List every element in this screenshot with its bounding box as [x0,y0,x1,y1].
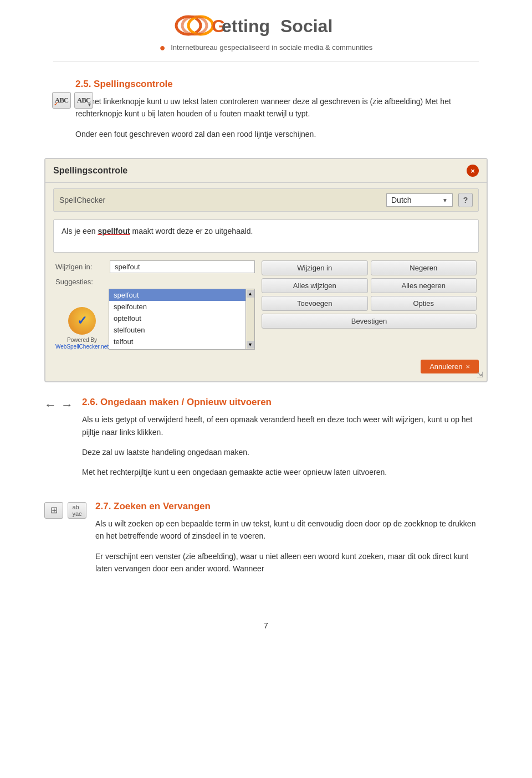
find-replace-icon-1[interactable]: ⊞ [44,502,63,519]
annuleren-button[interactable]: Annuleren × [421,360,479,373]
spell-check-icon-2[interactable]: ABC ▼ [74,92,93,109]
svg-text:Social: Social [280,16,332,36]
section-26-text2: Deze zal uw laatste handeling ongedaan m… [82,446,477,458]
undo-redo-icons: ← → [44,398,73,412]
spell-textarea[interactable]: Als je een spellfout maakt wordt deze er… [53,219,479,253]
section-27: ⊞ abyac 2.7. Zoeken en Vervangen Als u w… [44,501,488,583]
annuleren-label: Annuleren [429,362,462,371]
page-number: 7 [0,610,532,636]
spellchecker-label: SpellChecker [59,196,120,204]
help-button[interactable]: ? [458,193,473,207]
spellchecker-row: SpellChecker Dutch ▼ ? [53,188,479,212]
spellcheck-dialog: Spellingscontrole × SpellChecker Dutch ▼… [44,158,488,382]
dialog-body: SpellChecker Dutch ▼ ? Als je een spellf… [45,183,487,355]
suggestions-list-container: spelfout spelfouten optelfout stelfouten… [109,289,255,350]
logo-area: G etting Social [0,10,532,41]
dialog-close-button[interactable]: × [467,165,479,177]
section-25-with-sidebar: ABC ✓ ABC ▼ 2.5. Spellingscontrole Met h… [44,79,488,148]
tagline-dot: ● [160,42,166,53]
textarea-text-before: Als je een [62,227,98,236]
left-panel: Wijzigen in: Suggesties: ✓ [55,260,255,350]
section-26-heading: 2.6. Ongedaan maken / Opnieuw uitvoeren [82,397,477,408]
section-27-text2: Er verschijnt een venster (zie afbeeldin… [95,550,477,575]
section-25: ABC ✓ ABC ▼ 2.5. Spellingscontrole Met h… [44,79,488,382]
resize-handle-icon[interactable]: ⇲ [477,370,483,379]
powered-by-logo: ✓ Powered By WebSpellChecker.net [55,307,109,350]
opties-button[interactable]: Opties [371,296,477,311]
suggesties-body: ✓ Powered By WebSpellChecker.net spelfou… [55,289,255,350]
textarea-text-after: maakt wordt deze er zo uitgehaald. [130,227,253,236]
language-value: Dutch [391,196,412,204]
powered-by-link[interactable]: WebSpellChecker.net [55,344,109,350]
negeren-button[interactable]: Negeren [371,260,477,275]
spell-check-icon-1[interactable]: ABC ✓ [52,92,71,109]
dialog-titlebar: Spellingscontrole × [45,159,487,183]
search-replace-icons: ⊞ abyac [44,502,86,519]
language-dropdown[interactable]: Dutch ▼ [386,193,453,207]
wijzigen-in-button[interactable]: Wijzigen in [262,260,368,275]
suggestion-item-3[interactable]: stelfouten [109,324,245,336]
undo-icon[interactable]: ← [44,398,57,412]
suggestion-item-2[interactable]: optelfout [109,313,245,324]
bevestigen-button[interactable]: Bevestigen [262,314,477,329]
annuleren-bar: Annuleren × [45,355,487,376]
section-27-text: 2.7. Zoeken en Vervangen Als u wilt zoek… [95,501,488,583]
suggestions-scrollbar[interactable]: ▲ ▼ [246,289,255,350]
wijzigen-row: Wijzigen in: [55,260,255,273]
suggestion-item-0[interactable]: spelfout [109,289,245,301]
suggesties-label: Suggesties: [55,278,255,286]
suggestion-item-4[interactable]: telfout [109,336,245,347]
scroll-up-icon[interactable]: ▲ [247,290,254,298]
section-26-text: 2.6. Ongedaan maken / Opnieuw uitvoeren … [82,397,488,487]
section-25-text: 2.5. Spellingscontrole Met het linkerkno… [75,79,488,148]
scroll-down-icon[interactable]: ▼ [247,341,254,349]
redo-icon[interactable]: → [61,398,73,412]
toevoegen-button[interactable]: Toevoegen [262,296,368,311]
find-replace-icon-2[interactable]: abyac [68,502,86,519]
right-panel: Wijzigen in Negeren Alles wijzigen Alles… [262,260,477,350]
section-26: ← → 2.6. Ongedaan maken / Opnieuw uitvoe… [44,397,488,487]
section-25-heading: 2.5. Spellingscontrole [75,79,477,90]
powered-by-icon: ✓ [68,307,96,335]
sidebar-icons-25: ABC ✓ ABC ▼ [44,79,75,148]
powered-by-text: Powered By [67,336,97,344]
section-26-row: ← → 2.6. Ongedaan maken / Opnieuw uitvoe… [44,397,488,487]
annuleren-x-icon: × [466,362,470,371]
section-27-text1: Als u wilt zoeken op een bepaalde term i… [95,518,477,542]
logo-svg: G etting Social [172,10,360,41]
alles-wijzigen-button[interactable]: Alles wijzigen [262,278,368,293]
section-26-text1: Als u iets getypt of verwijderd heeft, o… [82,413,477,438]
powered-by-checkmark: ✓ [77,314,87,328]
dialog-title: Spellingscontrole [53,166,127,176]
header: G etting Social ● Internetbureau gespeci… [0,0,532,62]
dialog-bottom: Wijzigen in: Suggesties: ✓ [53,260,479,350]
main-content: ABC ✓ ABC ▼ 2.5. Spellingscontrole Met h… [0,62,532,610]
section-25-text1: Met het linkerknopje kunt u uw tekst lat… [75,95,477,120]
suggestion-item-1[interactable]: spelfouten [109,301,245,313]
svg-text:etting: etting [222,16,270,36]
suggestions-list[interactable]: spelfout spelfouten optelfout stelfouten… [109,289,246,350]
tagline: ● Internetbureau gespecialiseerd in soci… [0,42,532,54]
section-25-text2: Onder een fout geschreven woord zal dan … [75,128,477,140]
textarea-error-word: spellfout [98,227,130,236]
section-26-text3: Met het rechterpijltje kunt u een ongeda… [82,466,477,478]
wijzigen-input[interactable] [110,260,255,273]
alles-negeren-button[interactable]: Alles negeren [371,278,477,293]
dropdown-arrow-icon: ▼ [442,197,448,203]
section-27-heading: 2.7. Zoeken en Vervangen [95,501,477,512]
section-27-row: ⊞ abyac 2.7. Zoeken en Vervangen Als u w… [44,501,488,583]
suggestions-left: ✓ Powered By WebSpellChecker.net [55,289,109,350]
wijzigen-label: Wijzigen in: [55,263,105,271]
header-content: G etting Social ● Internetbureau gespeci… [0,0,532,58]
